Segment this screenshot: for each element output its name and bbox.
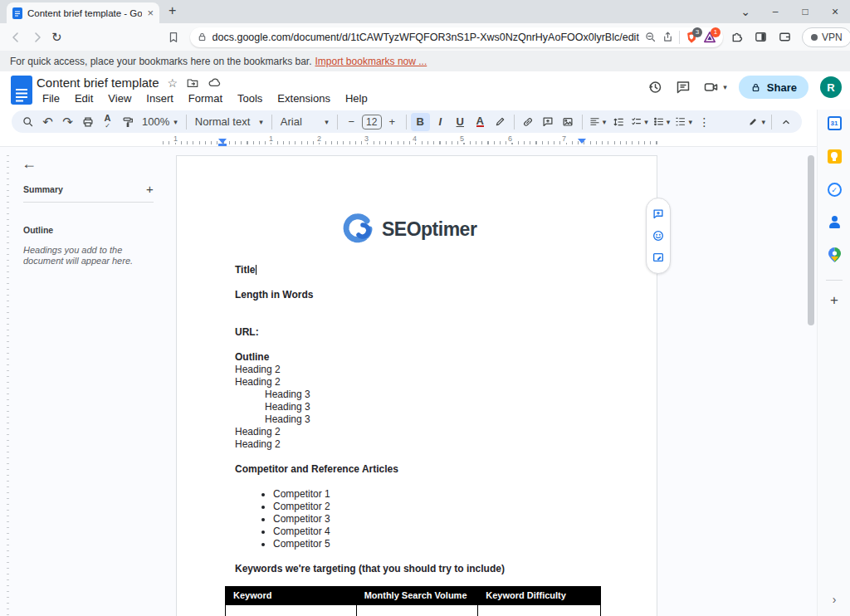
wallet-icon[interactable]: [778, 30, 792, 44]
browser-tab[interactable]: Content brief template - Google D ×: [7, 2, 159, 23]
competitor-item[interactable]: Competitor 5: [273, 538, 598, 550]
forward-icon[interactable]: [30, 27, 45, 47]
document-page[interactable]: SEOptimer Title Length in Words URL: Out…: [176, 155, 657, 616]
outline-item[interactable]: Heading 3: [265, 389, 598, 401]
back-icon[interactable]: [8, 27, 23, 47]
share-page-icon[interactable]: [662, 31, 674, 43]
increase-font-icon[interactable]: +: [383, 113, 402, 131]
add-comment-icon[interactable]: [539, 113, 558, 131]
redo-icon[interactable]: ↷: [58, 113, 77, 131]
new-tab-button[interactable]: +: [169, 3, 176, 18]
menu-extensions[interactable]: Extensions: [271, 91, 336, 105]
bulleted-list-icon[interactable]: ▾: [651, 113, 672, 131]
url-text[interactable]: docs.google.com/document/d/1tCAWTyzWFQFO…: [212, 32, 639, 43]
keep-icon[interactable]: [818, 149, 850, 164]
doc-line-length[interactable]: Length in Words: [235, 289, 598, 301]
maps-icon[interactable]: [818, 247, 850, 262]
doc-line-competitors[interactable]: Competitor and Reference Articles: [235, 463, 598, 476]
doc-line-keywords[interactable]: Keywords we're targeting (that you shoul…: [235, 563, 598, 575]
calendar-icon[interactable]: 31: [818, 116, 850, 130]
bold-button[interactable]: B: [411, 113, 430, 131]
spell-check-icon[interactable]: A✓: [98, 113, 117, 131]
tab-close-icon[interactable]: ×: [147, 7, 154, 19]
competitor-item[interactable]: Competitor 1: [273, 488, 598, 501]
doc-line-outline[interactable]: Outline: [235, 351, 598, 364]
table-row[interactable]: [226, 605, 601, 616]
close-outline-icon[interactable]: ←: [22, 155, 37, 173]
outline-item[interactable]: Heading 2: [235, 364, 598, 376]
hide-menus-icon[interactable]: [776, 113, 795, 131]
checklist-icon[interactable]: ▾: [628, 113, 650, 131]
right-indent-marker[interactable]: [578, 139, 586, 144]
brave-rewards-icon[interactable]: 1: [703, 31, 716, 44]
document-title[interactable]: Content brief template: [37, 76, 159, 90]
italic-button[interactable]: I: [431, 113, 450, 131]
competitor-item[interactable]: Competitor 4: [273, 526, 598, 538]
editing-mode-button[interactable]: ▾: [745, 113, 767, 131]
menu-file[interactable]: File: [37, 91, 66, 105]
zoom-out-icon[interactable]: [644, 31, 657, 43]
reload-icon[interactable]: ↻: [51, 30, 62, 45]
extensions-icon[interactable]: [730, 30, 744, 44]
keywords-table[interactable]: Keyword Monthly Search Volume Keyword Di…: [225, 586, 601, 616]
minimize-button[interactable]: –: [760, 6, 790, 17]
insert-image-icon[interactable]: [559, 113, 578, 131]
line-spacing-icon[interactable]: [608, 113, 628, 131]
cloud-status-icon[interactable]: [208, 76, 222, 90]
get-addons-button[interactable]: +: [818, 292, 850, 309]
menu-view[interactable]: View: [102, 91, 137, 105]
vertical-scrollbar[interactable]: [808, 155, 814, 325]
doc-line-title[interactable]: Title: [235, 264, 598, 276]
outline-item[interactable]: Heading 2: [235, 426, 598, 438]
star-icon[interactable]: ☆: [168, 76, 178, 90]
menu-edit[interactable]: Edit: [69, 91, 99, 105]
competitor-item[interactable]: Competitor 2: [273, 501, 598, 513]
video-call-button[interactable]: ▾: [703, 79, 727, 95]
comments-icon[interactable]: [675, 79, 691, 95]
menu-format[interactable]: Format: [183, 91, 228, 105]
brave-shield-icon[interactable]: 3: [685, 31, 698, 44]
outline-item[interactable]: Heading 2: [235, 438, 598, 451]
add-comment-margin-icon[interactable]: [652, 208, 665, 221]
underline-button[interactable]: U: [451, 113, 470, 131]
video-call-caret-icon[interactable]: ▾: [723, 83, 727, 91]
more-options-icon[interactable]: ⋮: [695, 113, 714, 131]
outline-item[interactable]: Heading 3: [265, 413, 598, 426]
font-size-field[interactable]: 12: [362, 115, 382, 130]
numbered-list-icon[interactable]: ▾: [672, 113, 694, 131]
highlight-color-icon[interactable]: [491, 113, 510, 131]
outline-item[interactable]: Heading 2: [235, 376, 598, 389]
horizontal-ruler[interactable]: 1 1 2 3 4 5 6 7: [163, 134, 817, 146]
undo-icon[interactable]: ↶: [38, 113, 57, 131]
menu-insert[interactable]: Insert: [140, 91, 179, 105]
insert-link-icon[interactable]: [519, 113, 538, 131]
tasks-icon[interactable]: ✓: [818, 183, 850, 197]
sidebar-icon[interactable]: [754, 30, 768, 44]
font-select[interactable]: Arial▾: [276, 115, 333, 128]
contacts-icon[interactable]: [818, 215, 850, 229]
address-bar[interactable]: docs.google.com/document/d/1tCAWTyzWFQFO…: [190, 27, 723, 47]
menu-help[interactable]: Help: [340, 91, 374, 105]
maximize-button[interactable]: □: [790, 6, 820, 17]
align-icon[interactable]: ▾: [587, 113, 608, 131]
add-emoji-icon[interactable]: [652, 229, 665, 242]
suggest-edits-icon[interactable]: [652, 251, 665, 264]
text-color-button[interactable]: A: [471, 113, 490, 131]
competitor-item[interactable]: Competitor 3: [273, 513, 598, 526]
close-window-button[interactable]: ×: [820, 5, 850, 18]
zoom-select[interactable]: 100%▾: [138, 115, 182, 128]
outline-item[interactable]: Heading 3: [265, 401, 598, 413]
share-button[interactable]: Share: [739, 76, 808, 99]
add-summary-button[interactable]: +: [146, 182, 154, 196]
styles-select[interactable]: Normal text▾: [191, 115, 267, 128]
decrease-font-icon[interactable]: −: [342, 113, 361, 131]
vpn-button[interactable]: VPN: [802, 27, 850, 47]
doc-line-url[interactable]: URL:: [235, 326, 598, 339]
search-menus-icon[interactable]: [18, 113, 37, 131]
avatar[interactable]: R: [820, 76, 842, 98]
version-history-icon[interactable]: [647, 79, 663, 95]
move-folder-icon[interactable]: [186, 76, 199, 90]
docs-logo-icon[interactable]: [11, 76, 32, 105]
paint-format-icon[interactable]: [118, 113, 137, 131]
menu-tools[interactable]: Tools: [232, 91, 268, 105]
